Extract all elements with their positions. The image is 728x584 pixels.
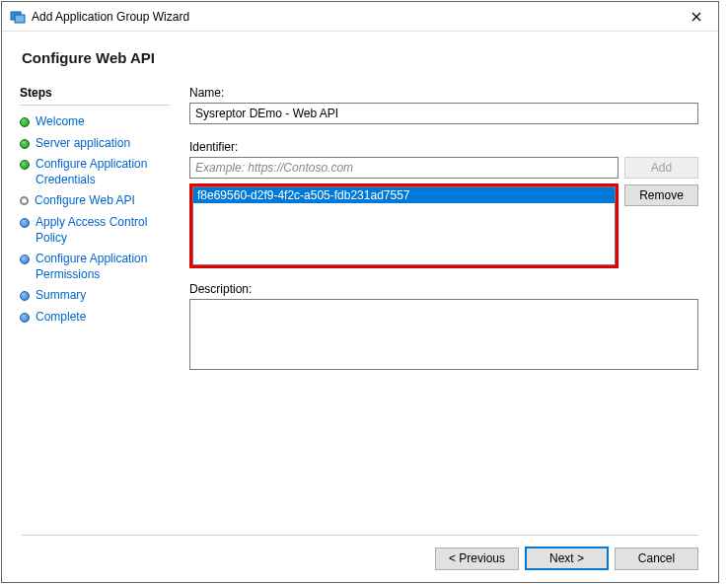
- identifier-list-item[interactable]: f8e69560-d2f9-4f2c-a505-fdb231ad7557: [193, 187, 615, 203]
- step-2[interactable]: Configure Application Credentials: [20, 154, 180, 190]
- add-button[interactable]: Add: [624, 157, 698, 179]
- wizard-window: Add Application Group Wizard Configure W…: [1, 1, 719, 583]
- step-bullet-icon: [20, 291, 30, 301]
- description-label: Description:: [189, 282, 698, 296]
- wizard-footer: < Previous Next > Cancel: [2, 535, 718, 582]
- identifier-input[interactable]: [189, 157, 619, 179]
- description-input[interactable]: [189, 299, 698, 370]
- window-title: Add Application Group Wizard: [32, 10, 674, 24]
- step-6[interactable]: Summary: [20, 285, 180, 307]
- step-label: Welcome: [36, 114, 85, 130]
- step-label: Server application: [36, 136, 130, 152]
- step-bullet-icon: [20, 139, 30, 149]
- step-0[interactable]: Welcome: [20, 111, 180, 133]
- step-bullet-icon: [20, 255, 30, 264]
- remove-button[interactable]: Remove: [624, 184, 698, 206]
- step-label: Configure Web API: [35, 193, 135, 209]
- step-3[interactable]: Configure Web API: [20, 190, 180, 212]
- step-bullet-icon: [20, 117, 30, 127]
- steps-sidebar: Steps WelcomeServer applicationConfigure…: [2, 76, 180, 577]
- step-label: Complete: [36, 310, 86, 326]
- cancel-button[interactable]: Cancel: [615, 548, 698, 570]
- step-label: Configure Application Permissions: [36, 252, 180, 282]
- page-title: Configure Web API: [22, 49, 698, 66]
- step-7[interactable]: Complete: [20, 307, 180, 328]
- identifier-label: Identifier:: [189, 140, 698, 154]
- previous-button[interactable]: < Previous: [435, 548, 519, 570]
- step-bullet-icon: [20, 313, 30, 323]
- identifier-highlight: f8e69560-d2f9-4f2c-a505-fdb231ad7557: [189, 183, 619, 268]
- step-label: Summary: [36, 288, 86, 304]
- identifier-listbox[interactable]: f8e69560-d2f9-4f2c-a505-fdb231ad7557: [192, 186, 616, 265]
- steps-heading: Steps: [20, 86, 170, 106]
- close-button[interactable]: [674, 2, 718, 31]
- step-bullet-icon: [20, 160, 30, 170]
- page-header: Configure Web API: [2, 32, 718, 76]
- step-label: Configure Application Credentials: [36, 157, 180, 187]
- step-1[interactable]: Server application: [20, 133, 180, 155]
- step-4[interactable]: Apply Access Control Policy: [20, 212, 180, 249]
- name-label: Name:: [189, 86, 698, 100]
- step-5[interactable]: Configure Application Permissions: [20, 249, 180, 285]
- step-bullet-icon: [20, 196, 29, 205]
- next-button[interactable]: Next >: [525, 547, 609, 570]
- titlebar: Add Application Group Wizard: [2, 2, 718, 32]
- svg-rect-1: [15, 15, 25, 23]
- name-input[interactable]: [189, 103, 698, 124]
- main-panel: Name: Identifier: Add f8e69560-d2f9-4f2c…: [180, 76, 718, 577]
- step-bullet-icon: [20, 218, 30, 228]
- app-icon: [10, 9, 26, 25]
- step-label: Apply Access Control Policy: [36, 215, 180, 246]
